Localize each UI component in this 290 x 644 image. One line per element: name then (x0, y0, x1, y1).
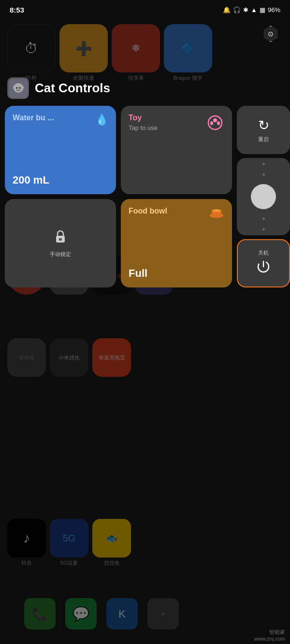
settings-icon: ⊙ (268, 30, 274, 38)
headphone-icon: 🎧 (233, 6, 241, 14)
svg-point-5 (19, 87, 21, 89)
drop-icon: 🔔 (223, 6, 231, 14)
panel-header: Cat Controls (5, 77, 285, 99)
water-card[interactable]: Water bu ... 💧 200 mL (5, 106, 116, 194)
svg-point-9 (217, 121, 220, 125)
power-icon (256, 259, 271, 278)
panel-title: Cat Controls (35, 81, 110, 96)
status-bar: 8:53 🔔 🎧 ✱ ▲ ▦ 96% (0, 0, 290, 19)
cat-controls-panel: Cat Controls Water bu ... 💧 200 mL Toy T… (5, 77, 285, 287)
right-column: ↻ 重启 关机 (237, 106, 290, 287)
lock-card[interactable]: 手动锁定 (5, 199, 116, 287)
restart-card[interactable]: ↻ 重启 (237, 106, 290, 154)
svg-rect-11 (59, 238, 62, 241)
status-icons: 🔔 🎧 ✱ ▲ ▦ 96% (223, 6, 280, 14)
food-label: Food bowl (129, 207, 167, 215)
water-value: 200 mL (13, 159, 108, 186)
cat-avatar (7, 77, 29, 99)
toy-sublabel: Tap to use (129, 124, 158, 131)
water-drop-icon: 💧 (95, 114, 108, 126)
slider-dot-top (262, 163, 265, 165)
cards-grid: Water bu ... 💧 200 mL Toy Tap to use (5, 106, 285, 287)
svg-point-4 (16, 87, 18, 89)
lock-label: 手动锁定 (50, 251, 71, 258)
cat-icon (9, 79, 28, 98)
food-card[interactable]: Food bowl Full (121, 199, 232, 287)
svg-point-8 (210, 121, 213, 125)
slider-dot-mid (262, 173, 265, 176)
svg-point-7 (213, 118, 217, 122)
food-card-header: Food bowl (129, 207, 224, 223)
power-label: 关机 (258, 249, 269, 257)
restart-icon: ↻ (258, 117, 269, 133)
toy-card[interactable]: Toy Tap to use (121, 106, 232, 194)
bluetooth-icon: ✱ (243, 6, 248, 14)
wifi-icon: ▲ (251, 6, 257, 14)
slider-card[interactable] (237, 158, 290, 235)
svg-point-12 (210, 213, 223, 218)
hexagon-icon: ⊙ (262, 26, 279, 42)
slider-thumb[interactable] (251, 184, 276, 209)
watermark-line1: 智能家 (254, 629, 285, 636)
watermark: 智能家 www.znj.com (254, 629, 285, 642)
watermark-line2: www.znj.com (254, 636, 285, 642)
water-label: Water bu ... (13, 114, 54, 122)
food-value: Full (129, 253, 224, 280)
power-card[interactable]: 关机 (237, 239, 290, 287)
slider-dot-bot (262, 217, 265, 220)
battery-icon: 96% (268, 6, 280, 14)
toy-icon (206, 114, 224, 135)
food-icon (209, 207, 224, 223)
toy-label: Toy (129, 114, 158, 122)
toy-card-header: Toy Tap to use (129, 114, 224, 135)
settings-button[interactable]: ⊙ (261, 24, 280, 43)
restart-label: 重启 (258, 136, 269, 143)
status-time: 8:53 (10, 6, 24, 14)
signal-icon: ▦ (260, 6, 265, 14)
svg-point-13 (212, 209, 221, 212)
lock-icon (53, 229, 68, 248)
water-card-header: Water bu ... 💧 (13, 114, 108, 126)
slider-dot-bot2 (262, 228, 265, 230)
